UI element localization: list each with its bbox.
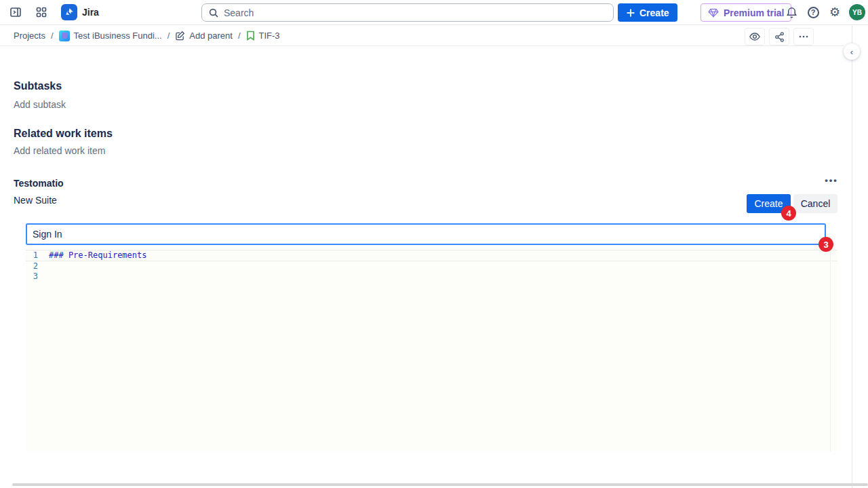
- testomatio-more-icon[interactable]: •••: [823, 175, 840, 189]
- topbar-right-actions: ? ⚙ YB: [781, 2, 865, 22]
- share-icon[interactable]: [769, 28, 789, 45]
- watch-eye-icon[interactable]: [745, 28, 765, 45]
- help-icon[interactable]: ?: [803, 2, 823, 22]
- right-panel-divider: [852, 26, 852, 488]
- editor-line[interactable]: 3: [26, 271, 837, 282]
- breadcrumb-projects[interactable]: Projects: [14, 31, 45, 41]
- collapse-panel-button[interactable]: ‹: [844, 43, 860, 60]
- plus-icon: [626, 8, 635, 18]
- project-avatar-icon: [59, 31, 70, 41]
- settings-gear-icon[interactable]: ⚙: [825, 2, 845, 22]
- breadcrumb: Projects / Test iBusiness Fundi... / Add…: [0, 26, 844, 46]
- breadcrumb-separator: /: [51, 31, 54, 41]
- add-related-work-item-button[interactable]: Add related work item: [14, 145, 105, 156]
- premium-trial-label: Premium trial: [724, 7, 784, 18]
- expand-sidebar-icon[interactable]: [5, 2, 26, 22]
- app-title: Jira: [82, 7, 99, 18]
- app-switcher-icon[interactable]: [31, 2, 52, 22]
- suite-title-input[interactable]: [26, 223, 826, 245]
- jira-logo-icon[interactable]: [61, 4, 77, 20]
- jira-page: Jira Create P: [0, 0, 868, 488]
- editor-scrollbar-track[interactable]: [830, 250, 831, 451]
- top-navigation-bar: Jira Create P: [0, 0, 868, 25]
- breadcrumb-issue-key: TIF-3: [259, 31, 280, 41]
- line-number: 1: [26, 250, 49, 261]
- annotation-badge-4: 4: [781, 206, 796, 221]
- annotation-badge-3: 3: [818, 237, 833, 252]
- subtasks-heading: Subtasks: [14, 80, 62, 92]
- notifications-bell-icon[interactable]: [781, 2, 802, 22]
- testomatio-heading: Testomatio: [14, 178, 64, 189]
- search-icon: [208, 7, 219, 18]
- suite-description-editor[interactable]: 1 ### Pre-Requirements 2 3: [26, 250, 837, 451]
- line-number: 2: [26, 261, 49, 271]
- editor-line[interactable]: 2: [26, 261, 837, 271]
- premium-gem-icon: [708, 8, 719, 18]
- search-input[interactable]: [224, 7, 590, 18]
- user-avatar[interactable]: YB: [849, 4, 865, 20]
- line-number: 3: [26, 271, 49, 282]
- new-suite-label: New Suite: [14, 195, 57, 206]
- horizontal-scrollbar[interactable]: [12, 483, 868, 486]
- breadcrumb-separator: /: [238, 31, 241, 41]
- edit-pencil-icon: [175, 31, 185, 41]
- more-actions-icon[interactable]: [793, 28, 814, 45]
- suite-cancel-button[interactable]: Cancel: [793, 194, 837, 213]
- breadcrumb-issue[interactable]: TIF-3: [246, 31, 280, 41]
- global-search[interactable]: [201, 3, 614, 22]
- breadcrumb-separator: /: [167, 31, 170, 41]
- related-work-items-heading: Related work items: [14, 128, 113, 140]
- premium-trial-button[interactable]: Premium trial: [701, 3, 791, 22]
- breadcrumb-project[interactable]: Test iBusiness Fundi...: [59, 31, 162, 41]
- create-button-label: Create: [639, 7, 669, 18]
- issue-actions: [745, 28, 814, 45]
- create-button[interactable]: Create: [618, 3, 677, 22]
- breadcrumb-add-parent-label: Add parent: [189, 31, 233, 41]
- line-code: ### Pre-Requirements: [49, 250, 147, 261]
- breadcrumb-add-parent[interactable]: Add parent: [175, 31, 233, 41]
- breadcrumb-project-label: Test iBusiness Fundi...: [74, 31, 162, 41]
- bookmark-icon: [246, 31, 255, 41]
- add-subtask-button[interactable]: Add subtask: [14, 99, 66, 110]
- editor-line[interactable]: 1 ### Pre-Requirements: [26, 250, 837, 261]
